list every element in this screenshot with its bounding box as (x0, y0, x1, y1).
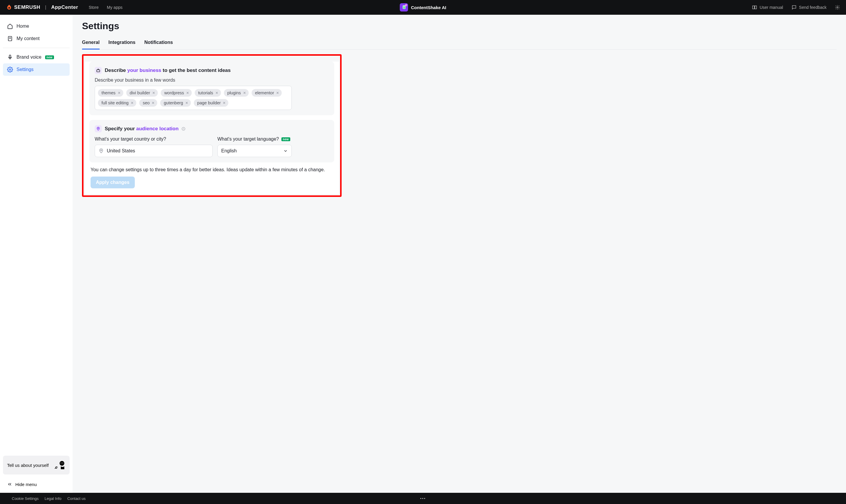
tag-elementor: elementor (252, 89, 282, 97)
tag-wordpress: wordpress (161, 89, 192, 97)
brand-separator: | (45, 4, 47, 10)
book-icon (752, 5, 757, 10)
tag-remove-icon[interactable] (222, 101, 226, 105)
tag-remove-icon[interactable] (131, 101, 134, 105)
tag-remove-icon[interactable] (215, 91, 219, 95)
business-tags-input[interactable]: themesdivi builderwordpresstutorialsplug… (95, 86, 292, 110)
nav-my-apps[interactable]: My apps (107, 5, 122, 10)
tag-label: plugins (227, 90, 241, 95)
mic-icon (7, 54, 13, 60)
hide-menu-label: Hide menu (15, 482, 37, 487)
tag-label: full site editing (102, 101, 128, 105)
tag-remove-icon[interactable] (186, 91, 189, 95)
svg-point-12 (63, 463, 63, 463)
sidebar-item-brand-voice[interactable]: Brand voice new (3, 51, 70, 64)
tag-remove-icon[interactable] (276, 91, 279, 95)
document-icon (7, 36, 13, 41)
highlighted-region: Describe your business to get the best c… (82, 54, 342, 197)
tag-label: page builder (197, 101, 221, 105)
country-input[interactable]: United States (95, 145, 213, 157)
svg-point-0 (8, 7, 10, 9)
settings-gear-top[interactable] (835, 5, 840, 10)
svg-point-9 (10, 69, 11, 70)
app-name: ContentShake AI (411, 5, 446, 10)
svg-point-10 (59, 461, 64, 466)
footer-legal[interactable]: Legal Info (45, 496, 62, 501)
send-feedback-link[interactable]: Send feedback (791, 5, 827, 10)
location-pin-icon (95, 125, 102, 132)
chevrons-left-icon (7, 482, 12, 487)
settings-note: You can change settings up to three time… (90, 167, 333, 173)
language-label: What's your target language? new (218, 137, 292, 142)
current-app: ContentShake AI (400, 3, 446, 12)
tag-remove-icon[interactable] (243, 91, 246, 95)
footer-ellipsis-icon[interactable]: ••• (420, 496, 426, 501)
language-select[interactable]: English (218, 145, 292, 157)
home-icon (7, 23, 13, 29)
tag-remove-icon[interactable] (151, 101, 155, 105)
sidebar-item-settings[interactable]: Settings (3, 64, 70, 76)
main-content: Settings General Integrations Notificati… (72, 15, 846, 493)
tab-integrations[interactable]: Integrations (108, 37, 136, 49)
page-title: Settings (82, 21, 836, 32)
sidebar-item-label: My content (17, 36, 39, 41)
sidebar-item-home[interactable]: Home (3, 20, 70, 32)
app-icon (400, 3, 408, 12)
hide-menu-button[interactable]: Hide menu (3, 479, 70, 490)
tag-remove-icon[interactable] (152, 91, 155, 95)
tag-page-builder: page builder (194, 99, 229, 107)
business-section-title: Describe your business to get the best c… (95, 67, 329, 74)
promo-tell-us[interactable]: Tell us about yourself (3, 456, 70, 474)
svg-point-17 (184, 128, 184, 128)
info-icon[interactable] (182, 127, 186, 131)
top-nav: Store My apps (89, 5, 122, 10)
svg-point-18 (101, 150, 102, 151)
country-value: United States (107, 148, 135, 154)
country-field: What's your target country or city? Unit… (95, 137, 213, 157)
sidebar-item-label: Settings (17, 67, 34, 72)
sidebar-item-label: Brand voice (17, 55, 41, 60)
tag-plugins: plugins (224, 89, 249, 97)
tag-label: divi builder (130, 90, 150, 95)
tag-remove-icon[interactable] (185, 101, 189, 105)
gear-icon (7, 67, 13, 72)
apply-changes-button[interactable]: Apply changes (90, 177, 135, 188)
svg-rect-13 (97, 70, 100, 72)
country-label: What's your target country or city? (95, 137, 213, 142)
tag-label: wordpress (164, 90, 184, 95)
tag-full-site-editing: full site editing (98, 99, 136, 107)
tag-seo: seo (139, 99, 157, 107)
top-right: User manual Send feedback (752, 5, 840, 10)
audience-section-title: Specify your audience location (95, 125, 329, 132)
sidebar-item-label: Home (17, 23, 29, 29)
svg-point-11 (61, 463, 62, 463)
appcenter-text: AppCenter (51, 4, 78, 10)
footer: Cookie Settings Legal Info Contact us ••… (0, 493, 846, 504)
gear-icon (835, 5, 840, 10)
sidebar-item-my-content[interactable]: My content (3, 32, 70, 45)
brand-logo[interactable]: SEMRUSH | AppCenter (6, 4, 78, 11)
chevron-down-icon (283, 148, 288, 153)
promo-text: Tell us about yourself (7, 463, 49, 468)
brand-text: SEMRUSH (14, 4, 40, 10)
tag-divi-builder: divi builder (126, 89, 158, 97)
wave-person-icon (54, 459, 66, 471)
tag-gutenberg: gutenberg (160, 99, 191, 107)
sidebar: Home My content Brand voice new Settings… (0, 15, 72, 493)
user-manual-link[interactable]: User manual (752, 5, 783, 10)
briefcase-icon (95, 67, 102, 74)
top-bar: SEMRUSH | AppCenter Store My apps Conten… (0, 0, 846, 15)
footer-contact[interactable]: Contact us (67, 496, 86, 501)
language-field: What's your target language? new English (218, 137, 292, 157)
nav-store[interactable]: Store (89, 5, 99, 10)
business-subtitle: Describe your business in a few words (95, 77, 329, 83)
tab-notifications[interactable]: Notifications (144, 37, 173, 49)
new-badge: new (281, 137, 290, 141)
tag-remove-icon[interactable] (117, 91, 121, 95)
tag-themes: themes (98, 89, 123, 97)
pin-icon (99, 148, 104, 154)
tab-general[interactable]: General (82, 37, 100, 49)
footer-cookie[interactable]: Cookie Settings (12, 496, 39, 501)
flame-icon (6, 4, 12, 11)
svg-point-14 (98, 128, 99, 129)
